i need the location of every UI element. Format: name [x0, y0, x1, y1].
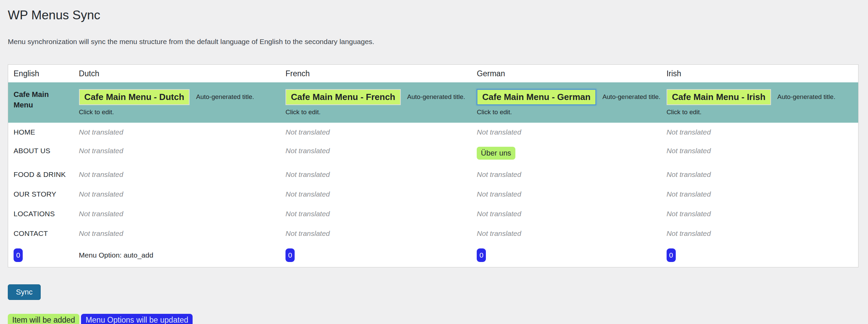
- not-translated-text: Not translated: [667, 190, 711, 198]
- auto-generated-note: Auto-generated title.: [196, 93, 254, 101]
- not-translated-text: Not translated: [79, 210, 123, 218]
- column-header-english: English: [8, 64, 74, 82]
- page-title: WP Menus Sync: [8, 7, 859, 23]
- column-header-dutch: Dutch: [74, 64, 280, 82]
- page-subtitle: Menu synchronization will sync the menu …: [8, 37, 859, 46]
- cell-menu-german: Cafe Main Menu - German Auto-generated t…: [471, 82, 661, 123]
- cell-locations-irish: Not translated: [661, 204, 859, 224]
- cell-contact-german: Not translated: [471, 224, 661, 244]
- column-header-irish: Irish: [661, 64, 859, 82]
- not-translated-text: Not translated: [477, 190, 521, 198]
- menu-item-row-our-story: OUR STORY Not translated Not translated …: [8, 185, 859, 204]
- not-translated-text: Not translated: [79, 170, 123, 178]
- cell-about-us-irish: Not translated: [661, 142, 859, 165]
- not-translated-text: Not translated: [667, 128, 711, 136]
- cell-our-story-french: Not translated: [280, 185, 471, 204]
- not-translated-text: Not translated: [477, 128, 521, 136]
- cell-menu-english: Cafe Main Menu: [8, 82, 74, 123]
- menu-title-input-french[interactable]: Cafe Main Menu - French: [285, 89, 401, 105]
- cell-options-dutch: Menu Option: auto_add: [74, 244, 280, 267]
- cell-contact-dutch: Not translated: [74, 224, 280, 244]
- cell-locations-french: Not translated: [280, 204, 471, 224]
- menu-option-count-badge: 0: [477, 248, 486, 262]
- menu-title-row: Cafe Main Menu Cafe Main Menu - Dutch Au…: [8, 82, 859, 123]
- cell-about-us-german: Über uns: [471, 142, 661, 165]
- menu-title-input-german[interactable]: Cafe Main Menu - German: [477, 89, 596, 105]
- wp-menus-sync-page: WP Menus Sync Menu synchronization will …: [0, 0, 868, 324]
- cell-home-german: Not translated: [471, 123, 661, 142]
- column-header-german: German: [471, 64, 661, 82]
- menu-item-row-locations: LOCATIONS Not translated Not translated …: [8, 204, 859, 224]
- auto-generated-note: Auto-generated title.: [777, 93, 835, 101]
- menu-title-input-irish[interactable]: Cafe Main Menu - Irish: [667, 89, 771, 105]
- cell-label-contact: CONTACT: [8, 224, 74, 244]
- cell-locations-dutch: Not translated: [74, 204, 280, 224]
- not-translated-text: Not translated: [79, 147, 123, 155]
- not-translated-text: Not translated: [285, 190, 330, 198]
- cell-label-home: HOME: [8, 123, 74, 142]
- menu-item-label: LOCATIONS: [14, 210, 55, 218]
- menu-sync-table: English Dutch French German Irish Cafe M…: [8, 64, 859, 267]
- not-translated-text: Not translated: [477, 229, 521, 237]
- not-translated-text: Not translated: [667, 170, 711, 178]
- cell-label-food-drink: FOOD & DRINK: [8, 165, 74, 185]
- table-header-row: English Dutch French German Irish: [8, 64, 859, 82]
- not-translated-text: Not translated: [285, 170, 330, 178]
- click-to-edit-hint: Click to edit.: [79, 108, 275, 116]
- menu-option-note: Menu Option: auto_add: [79, 251, 154, 259]
- cell-home-dutch: Not translated: [74, 123, 280, 142]
- legend-item-added-badge: Item will be added: [8, 314, 79, 324]
- not-translated-text: Not translated: [667, 147, 711, 155]
- menu-item-row-food-drink: FOOD & DRINK Not translated Not translat…: [8, 165, 859, 185]
- cell-menu-irish: Cafe Main Menu - Irish Auto-generated ti…: [661, 82, 859, 123]
- cell-contact-french: Not translated: [280, 224, 471, 244]
- menu-option-count-badge: 0: [285, 248, 295, 262]
- cell-our-story-dutch: Not translated: [74, 185, 280, 204]
- sync-button[interactable]: Sync: [8, 284, 41, 300]
- cell-our-story-irish: Not translated: [661, 185, 859, 204]
- menu-title-input-dutch[interactable]: Cafe Main Menu - Dutch: [79, 89, 190, 105]
- menu-item-row-home: HOME Not translated Not translated Not t…: [8, 123, 859, 142]
- cell-about-us-dutch: Not translated: [74, 142, 280, 165]
- menu-option-count-badge: 0: [14, 248, 23, 262]
- auto-generated-note: Auto-generated title.: [603, 93, 660, 101]
- cell-options-irish: 0: [661, 244, 859, 267]
- cell-food-drink-irish: Not translated: [661, 165, 859, 185]
- not-translated-text: Not translated: [285, 229, 330, 237]
- menu-option-count-badge: 0: [667, 248, 676, 262]
- cell-food-drink-german: Not translated: [471, 165, 661, 185]
- not-translated-text: Not translated: [79, 229, 123, 237]
- menu-item-row-contact: CONTACT Not translated Not translated No…: [8, 224, 859, 244]
- cell-options-german: 0: [471, 244, 661, 267]
- not-translated-text: Not translated: [79, 190, 123, 198]
- menu-options-row: 0 Menu Option: auto_add 0 0 0: [8, 244, 859, 267]
- click-to-edit-hint: Click to edit.: [477, 108, 655, 116]
- cell-our-story-german: Not translated: [471, 185, 661, 204]
- cell-menu-dutch: Cafe Main Menu - Dutch Auto-generated ti…: [74, 82, 280, 123]
- cell-about-us-french: Not translated: [280, 142, 471, 165]
- click-to-edit-hint: Click to edit.: [667, 108, 853, 116]
- not-translated-text: Not translated: [667, 229, 711, 237]
- cell-options-french: 0: [280, 244, 471, 267]
- cell-food-drink-french: Not translated: [280, 165, 471, 185]
- column-header-french: French: [280, 64, 471, 82]
- legend: Item will be added Menu Options will be …: [8, 314, 859, 324]
- cell-label-about-us: ABOUT US: [8, 142, 74, 165]
- not-translated-text: Not translated: [79, 128, 123, 136]
- menu-item-row-about-us: ABOUT US Not translated Not translated Ü…: [8, 142, 859, 165]
- menu-item-label: CONTACT: [14, 229, 48, 237]
- cell-label-locations: LOCATIONS: [8, 204, 74, 224]
- cell-menu-french: Cafe Main Menu - French Auto-generated t…: [280, 82, 471, 123]
- menu-item-label: ABOUT US: [14, 147, 51, 155]
- cell-contact-irish: Not translated: [661, 224, 859, 244]
- click-to-edit-hint: Click to edit.: [285, 108, 466, 116]
- not-translated-text: Not translated: [477, 210, 521, 218]
- auto-generated-note: Auto-generated title.: [407, 93, 465, 101]
- not-translated-text: Not translated: [285, 210, 330, 218]
- cell-home-french: Not translated: [280, 123, 471, 142]
- cell-food-drink-dutch: Not translated: [74, 165, 280, 185]
- cell-options-english: 0: [8, 244, 74, 267]
- menu-item-label: FOOD & DRINK: [14, 170, 66, 178]
- not-translated-text: Not translated: [285, 147, 330, 155]
- not-translated-text: Not translated: [285, 128, 330, 136]
